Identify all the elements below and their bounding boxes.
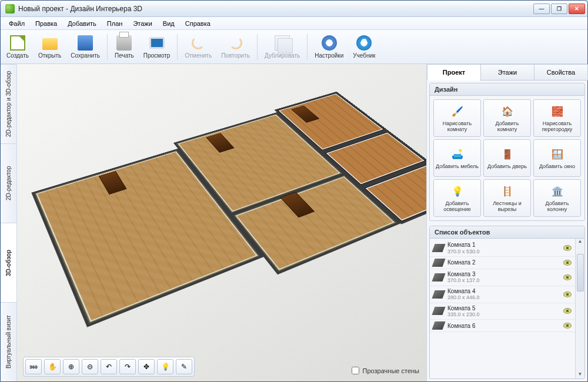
tab-properties[interactable]: Свойства xyxy=(534,64,588,81)
monitor-icon xyxy=(149,37,165,49)
left-tabstrip: 2D-редактор и 3D-обзор 2D-редактор 3D-об… xyxy=(1,64,17,381)
redo-icon xyxy=(229,36,242,49)
object-row[interactable]: Комната 2 xyxy=(430,257,575,269)
visibility-toggle-icon[interactable] xyxy=(563,323,572,329)
object-size: 370.0 x 530.0 xyxy=(447,249,560,254)
tab-3d[interactable]: 3D-обзор xyxy=(1,223,16,302)
object-size: 280.0 x 446.0 xyxy=(447,294,560,300)
save-button[interactable]: Сохранить xyxy=(66,31,105,63)
transparent-walls-checkbox[interactable]: Прозрачные стены xyxy=(352,367,419,374)
scrollbar-thumb[interactable] xyxy=(577,254,584,291)
tab-2d[interactable]: 2D-редактор xyxy=(1,143,16,223)
object-size: 370.0 x 137.0 xyxy=(447,277,560,283)
settings-button[interactable]: Настройки xyxy=(310,31,348,63)
maximize-button[interactable]: ❐ xyxy=(551,4,567,14)
visibility-toggle-icon[interactable] xyxy=(563,260,572,266)
add-lighting-icon: 💡 xyxy=(450,184,465,199)
add-lighting-button[interactable]: 💡Добавить освещение xyxy=(433,179,481,217)
titlebar: Новый проект - Дизайн Интерьера 3D — ❐ ✕ xyxy=(1,1,587,17)
zoom-in-button[interactable]: ⊕ xyxy=(63,359,79,374)
room-icon xyxy=(432,290,445,299)
menu-file[interactable]: Файл xyxy=(4,18,29,29)
panel-tabs: Проект Этажи Свойства xyxy=(427,64,587,81)
tab-project[interactable]: Проект xyxy=(427,64,481,81)
print-button[interactable]: Печать xyxy=(110,31,139,63)
duplicate-button[interactable]: Дублировать xyxy=(260,31,305,63)
tab-virtual[interactable]: Виртуальный визит xyxy=(1,302,16,381)
add-room-icon: 🏠 xyxy=(500,104,515,119)
rotate-left-button[interactable]: ↶ xyxy=(101,359,117,374)
save-icon xyxy=(78,35,93,51)
redo-button[interactable]: Повторить xyxy=(216,31,255,63)
add-door-icon: 🚪 xyxy=(500,147,515,162)
stairs-cutouts-button[interactable]: 🪜Лестницы и вырезы xyxy=(483,179,531,217)
object-name: Комната 5 xyxy=(447,305,560,312)
preview-button[interactable]: Просмотр xyxy=(139,31,175,63)
design-section: Дизайн 🖌️Нарисовать комнату🏠Добавить ком… xyxy=(429,83,585,221)
zoom-out-button[interactable]: ⊖ xyxy=(82,359,98,374)
room-icon xyxy=(432,307,445,315)
object-row[interactable]: Комната 4280.0 x 446.0 xyxy=(430,286,575,303)
draw-room-icon: 🖌️ xyxy=(450,104,465,119)
pan-button[interactable]: ✋ xyxy=(44,359,61,374)
object-row[interactable]: Комната 3370.0 x 137.0 xyxy=(430,269,575,286)
object-row[interactable]: Комната 6 xyxy=(430,320,575,332)
edit-button[interactable]: ✎ xyxy=(176,359,192,374)
menubar: Файл Правка Добавить План Этажи Вид Спра… xyxy=(1,17,587,30)
object-list-scrollbar[interactable]: ▲ ▼ xyxy=(575,239,584,378)
object-row[interactable]: Комната 1370.0 x 530.0 xyxy=(430,240,575,257)
workarea: 2D-редактор и 3D-обзор 2D-редактор 3D-об… xyxy=(1,64,587,381)
add-column-button[interactable]: 🏛️Добавить колонну xyxy=(533,179,581,217)
new-file-icon xyxy=(10,35,25,51)
3d-canvas[interactable]: 360 ✋ ⊕ ⊖ ↶ ↷ ✥ 💡 ✎ Прозрачные стены xyxy=(17,64,426,381)
draw-partition-button[interactable]: 🧱Нарисовать перегородку xyxy=(533,99,581,137)
view-controls: 360 ✋ ⊕ ⊖ ↶ ↷ ✥ 💡 ✎ xyxy=(23,357,195,377)
minimize-button[interactable]: — xyxy=(533,4,550,14)
move-button[interactable]: ✥ xyxy=(138,359,155,374)
visibility-toggle-icon[interactable] xyxy=(563,274,572,280)
draw-room-button[interactable]: 🖌️Нарисовать комнату xyxy=(433,99,481,137)
visibility-toggle-icon[interactable] xyxy=(563,245,572,251)
lighting-toggle-button[interactable]: 💡 xyxy=(157,359,173,374)
gear-icon xyxy=(322,35,337,51)
toolbar-separator xyxy=(257,34,258,60)
add-window-button[interactable]: 🪟Добавить окно xyxy=(533,139,581,177)
tab-2d-3d[interactable]: 2D-редактор и 3D-обзор xyxy=(1,64,16,143)
close-button[interactable]: ✕ xyxy=(569,4,585,14)
tab-floors[interactable]: Этажи xyxy=(480,64,534,81)
object-name: Комната 2 xyxy=(447,259,560,266)
add-door-button[interactable]: 🚪Добавить дверь xyxy=(483,139,531,177)
add-column-icon: 🏛️ xyxy=(550,184,565,199)
reset-view-button[interactable]: 360 xyxy=(25,359,42,374)
add-room-button[interactable]: 🏠Добавить комнату xyxy=(483,99,531,137)
menu-edit[interactable]: Правка xyxy=(31,18,62,29)
toolbar-separator xyxy=(177,34,178,60)
room-icon xyxy=(432,273,445,282)
add-furniture-icon: 🛋️ xyxy=(450,147,465,162)
visibility-toggle-icon[interactable] xyxy=(563,291,572,297)
tile-label: Нарисовать перегородку xyxy=(535,121,579,133)
add-furniture-button[interactable]: 🛋️Добавить мебель xyxy=(433,139,481,177)
undo-button[interactable]: Отменить xyxy=(180,31,216,63)
rotate-right-button[interactable]: ↷ xyxy=(119,359,136,374)
object-list[interactable]: Комната 1370.0 x 530.0Комната 2Комната 3… xyxy=(430,239,575,378)
open-button[interactable]: Открыть xyxy=(34,31,66,63)
toolbar: Создать Открыть Сохранить Печать Просмот… xyxy=(1,30,587,64)
menu-add[interactable]: Добавить xyxy=(63,18,101,29)
objects-header: Список объектов xyxy=(430,226,584,239)
help-icon: ? xyxy=(356,35,372,51)
object-row[interactable]: Комната 5335.0 x 230.0 xyxy=(430,303,575,320)
room-icon xyxy=(432,321,445,330)
object-name: Комната 1 xyxy=(447,242,560,249)
create-button[interactable]: Создать xyxy=(2,31,34,63)
menu-floors[interactable]: Этажи xyxy=(128,18,156,29)
menu-help[interactable]: Справка xyxy=(181,18,215,29)
tutorial-button[interactable]: ?Учебник xyxy=(348,31,380,63)
stairs-cutouts-icon: 🪜 xyxy=(500,184,515,199)
menu-view[interactable]: Вид xyxy=(158,18,179,29)
visibility-toggle-icon[interactable] xyxy=(563,308,572,314)
tile-label: Добавить окно xyxy=(539,164,575,170)
menu-plan[interactable]: План xyxy=(102,18,128,29)
window-title: Новый проект - Дизайн Интерьера 3D xyxy=(18,5,533,13)
transparent-walls-input[interactable] xyxy=(352,367,359,374)
